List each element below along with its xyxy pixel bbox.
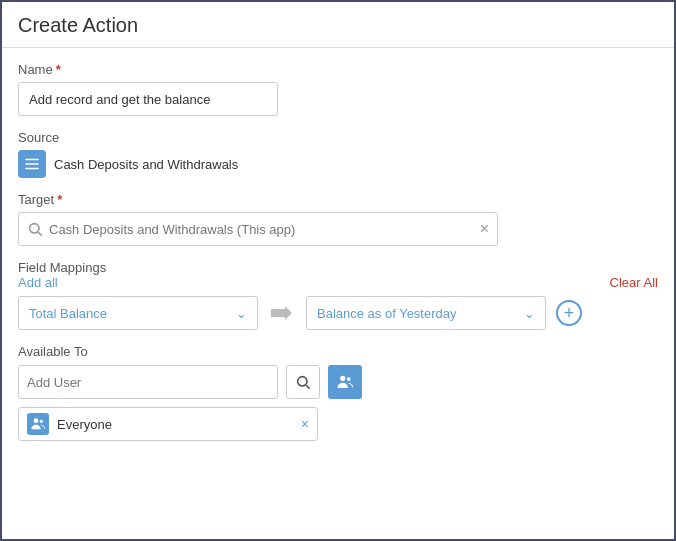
mapping-row: Total Balance ⌄ Balance as of Yesterday … <box>18 296 658 330</box>
name-input[interactable] <box>18 82 278 116</box>
name-label: Name * <box>18 62 658 77</box>
mapping-left-dropdown[interactable]: Total Balance ⌄ <box>18 296 258 330</box>
mapping-actions-row: Add all Clear All <box>18 275 658 290</box>
svg-marker-5 <box>271 306 292 320</box>
user-search-button[interactable] <box>286 365 320 399</box>
target-required-indicator: * <box>57 192 62 207</box>
dialog-header: Create Action <box>2 2 674 48</box>
svg-point-6 <box>298 377 307 386</box>
available-to-section: Available To <box>18 344 658 441</box>
user-search-box[interactable] <box>18 365 278 399</box>
required-indicator: * <box>56 62 61 77</box>
svg-line-7 <box>306 385 310 389</box>
mapping-right-arrow: ⌄ <box>524 306 535 321</box>
add-mapping-button[interactable]: + <box>556 300 582 326</box>
user-people-button[interactable] <box>328 365 362 399</box>
target-search-box[interactable]: × <box>18 212 498 246</box>
target-clear-icon[interactable]: × <box>480 221 489 237</box>
add-all-link[interactable]: Add all <box>18 275 58 290</box>
mapping-left-value: Total Balance <box>29 306 107 321</box>
mapping-arrow-icon <box>268 301 296 325</box>
field-mappings-label: Field Mappings <box>18 260 658 275</box>
mapping-left-arrow: ⌄ <box>236 306 247 321</box>
svg-rect-0 <box>25 159 39 161</box>
source-icon <box>18 150 46 178</box>
svg-rect-2 <box>25 168 39 170</box>
target-search-icon <box>27 221 43 237</box>
add-user-input[interactable] <box>27 375 269 390</box>
svg-point-8 <box>340 376 345 381</box>
svg-point-11 <box>40 420 43 423</box>
everyone-people-icon <box>30 416 46 432</box>
available-to-label: Available To <box>18 344 658 359</box>
name-field-group: Name * <box>18 62 658 116</box>
svg-rect-1 <box>25 163 39 165</box>
dialog-title: Create Action <box>18 14 138 36</box>
source-label: Source <box>18 130 658 145</box>
svg-point-3 <box>30 224 39 233</box>
target-label: Target * <box>18 192 658 207</box>
everyone-text: Everyone <box>57 417 293 432</box>
source-row: Cash Deposits and Withdrawals <box>18 150 658 178</box>
form-body: Name * Source Cash Deposits and Withdraw… <box>2 48 674 455</box>
everyone-remove-icon[interactable]: × <box>301 416 309 432</box>
field-mappings-group: Field Mappings Add all Clear All Total B… <box>18 260 658 330</box>
user-search-row <box>18 365 658 399</box>
svg-line-4 <box>38 232 42 236</box>
svg-point-10 <box>34 418 39 423</box>
source-field-group: Source Cash Deposits and Withdrawals <box>18 130 658 178</box>
everyone-icon <box>27 413 49 435</box>
list-icon <box>23 155 41 173</box>
svg-point-9 <box>347 377 351 381</box>
mapping-right-dropdown[interactable]: Balance as of Yesterday ⌄ <box>306 296 546 330</box>
right-arrow-icon <box>271 305 293 321</box>
mapping-right-value: Balance as of Yesterday <box>317 306 457 321</box>
search-icon <box>295 374 311 390</box>
target-search-input[interactable] <box>49 222 474 237</box>
target-field-group: Target * × <box>18 192 658 246</box>
people-icon <box>336 373 354 391</box>
create-action-dialog: Create Action Name * Source C <box>0 0 676 541</box>
source-text: Cash Deposits and Withdrawals <box>54 157 238 172</box>
everyone-row: Everyone × <box>18 407 318 441</box>
clear-all-link[interactable]: Clear All <box>610 275 658 290</box>
